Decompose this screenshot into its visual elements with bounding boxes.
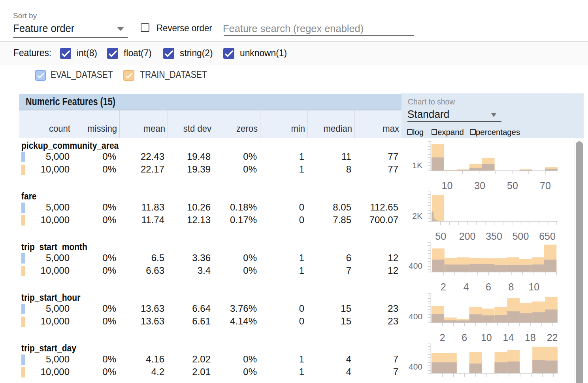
svg-text:400: 400	[409, 362, 422, 371]
svg-text:2K: 2K	[412, 211, 422, 220]
svg-text:1K: 1K	[412, 161, 422, 170]
svg-text:4: 4	[464, 281, 469, 292]
svg-text:10: 10	[481, 332, 492, 343]
svg-text:30: 30	[474, 180, 485, 191]
svg-text:18: 18	[525, 332, 536, 343]
svg-text:650: 650	[539, 231, 556, 242]
svg-text:500: 500	[513, 231, 529, 242]
svg-text:50: 50	[435, 231, 446, 242]
svg-text:22: 22	[547, 332, 558, 343]
svg-text:350: 350	[486, 231, 502, 242]
svg-text:70: 70	[540, 180, 551, 191]
svg-text:2: 2	[440, 332, 445, 343]
svg-text:400: 400	[409, 261, 422, 270]
svg-text:400: 400	[409, 312, 422, 321]
svg-text:10: 10	[442, 180, 453, 191]
svg-text:6: 6	[462, 332, 467, 343]
svg-text:6: 6	[486, 281, 491, 292]
svg-text:2: 2	[441, 281, 446, 292]
svg-text:50: 50	[507, 180, 518, 191]
svg-text:14: 14	[503, 332, 514, 343]
svg-text:8: 8	[509, 281, 514, 292]
svg-text:200: 200	[459, 231, 476, 242]
svg-text:10: 10	[528, 281, 539, 292]
